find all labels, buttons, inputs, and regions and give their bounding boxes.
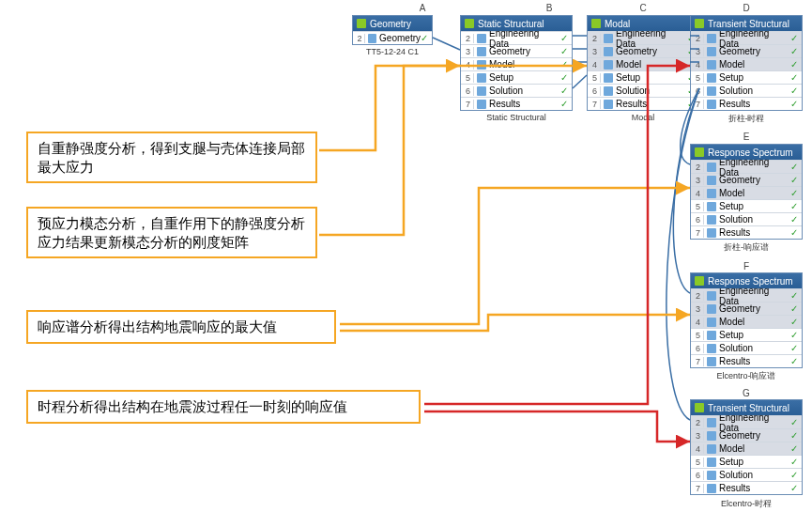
check-icon: ✓ <box>790 483 800 493</box>
check-icon: ✓ <box>790 33 800 43</box>
caption-a: TT5-12-24 C1 <box>336 47 449 56</box>
caption-f: Elcentro-响应谱 <box>690 370 803 382</box>
check-icon: ✓ <box>560 85 570 96</box>
cell-solution[interactable]: 6Solution✓ <box>691 341 802 354</box>
caption-d: 折柱-时程 <box>690 113 803 125</box>
system-header: Static Structural <box>461 16 572 31</box>
caption-c: Modal <box>587 113 699 122</box>
system-header: Geometry <box>353 16 432 31</box>
system-header: Transient Structural <box>691 400 802 415</box>
cell-solution[interactable]: 6Solution✓ <box>588 84 698 97</box>
cell-results[interactable]: 7Results✓ <box>691 354 802 367</box>
check-icon: ✓ <box>790 430 800 441</box>
caption-b: Static Structural <box>460 113 573 122</box>
check-icon: ✓ <box>560 99 570 109</box>
cell-model[interactable]: 4Model✓ <box>691 57 802 70</box>
cell-solution[interactable]: 6Solution✓ <box>691 84 802 97</box>
system-transient-g[interactable]: Transient Structural 2Engineering Data✓ … <box>690 399 803 495</box>
check-icon: ✓ <box>790 201 800 211</box>
system-response-f[interactable]: Response Spectrum 2Engineering Data✓ 3Ge… <box>690 272 803 368</box>
cell-engineering-data[interactable]: 2Engineering Data✓ <box>461 31 572 44</box>
system-static-structural[interactable]: Static Structural 2Engineering Data✓ 3Ge… <box>460 15 573 111</box>
system-response-e[interactable]: Response Spectrum 2Engineering Data✓ 3Ge… <box>690 144 803 240</box>
caption-e: 折柱-响应谱 <box>690 241 803 254</box>
cell-solution[interactable]: 6Solution✓ <box>691 212 802 225</box>
col-letter-d: D <box>690 3 803 13</box>
check-icon: ✓ <box>790 227 800 238</box>
check-icon: ✓ <box>560 72 570 83</box>
check-icon: ✓ <box>790 72 800 83</box>
check-icon: ✓ <box>790 175 800 185</box>
cell-results[interactable]: 7Results✓ <box>461 97 572 110</box>
check-icon: ✓ <box>421 33 430 43</box>
check-icon: ✓ <box>790 303 800 314</box>
check-icon: ✓ <box>560 46 570 56</box>
check-icon: ✓ <box>790 99 800 109</box>
cell-engineering-data[interactable]: 2Engineering Data✓ <box>691 31 802 44</box>
check-icon: ✓ <box>790 470 800 480</box>
cell-setup[interactable]: 5Setup✓ <box>691 70 802 84</box>
cell-model[interactable]: 4Model✓ <box>461 57 572 70</box>
check-icon: ✓ <box>790 46 800 56</box>
check-icon: ✓ <box>790 59 800 70</box>
cell-setup[interactable]: 5Setup✓ <box>461 70 572 84</box>
cell-model[interactable]: 4Model✓ <box>588 57 698 70</box>
caption-g: Elcentro-时程 <box>690 498 803 510</box>
cell-engineering-data[interactable]: 2Engineering Data✓ <box>691 160 802 173</box>
col-letter-a: A <box>366 3 479 13</box>
cell-geometry[interactable]: 3Geometry✓ <box>691 173 802 186</box>
system-header: Response Spectrum <box>691 145 802 160</box>
system-geometry[interactable]: Geometry 2Geometry✓ <box>352 15 433 45</box>
system-transient-d[interactable]: Transient Structural 2Engineering Data✓ … <box>690 15 803 111</box>
cell-solution[interactable]: 6Solution✓ <box>461 84 572 97</box>
cell-results[interactable]: 7Results✓ <box>588 97 698 110</box>
cell-engineering-data[interactable]: 2Engineering Data✓ <box>588 31 698 44</box>
annotation-static: 自重静强度分析，得到支腿与壳体连接局部最大应力 <box>26 132 317 183</box>
cell-setup[interactable]: 5Setup✓ <box>588 70 698 84</box>
check-icon: ✓ <box>790 188 800 198</box>
system-header: Response Spectrum <box>691 273 802 288</box>
cell-setup[interactable]: 5Setup✓ <box>691 455 802 468</box>
system-header: Modal <box>588 16 698 31</box>
check-icon: ✓ <box>790 290 800 301</box>
cell-geometry[interactable]: 3Geometry✓ <box>691 302 802 315</box>
cell-results[interactable]: 7Results✓ <box>691 481 802 494</box>
cell-geometry[interactable]: 3Geometry✓ <box>588 44 698 57</box>
check-icon: ✓ <box>790 343 800 353</box>
check-icon: ✓ <box>790 356 800 366</box>
col-letter-e: E <box>690 132 803 142</box>
check-icon: ✓ <box>560 59 570 70</box>
check-icon: ✓ <box>790 330 800 340</box>
check-icon: ✓ <box>790 317 800 327</box>
annotation-modal: 预应力模态分析，自重作用下的静强度分析应力结果更新模态分析的刚度矩阵 <box>26 207 317 258</box>
check-icon: ✓ <box>790 162 800 172</box>
annotation-transient: 时程分析得出结构在地震波过程任一时刻的响应值 <box>26 390 421 424</box>
col-letter-f: F <box>690 261 803 272</box>
cell-setup[interactable]: 5Setup✓ <box>691 328 802 341</box>
cell-geometry[interactable]: 2Geometry✓ <box>353 31 432 44</box>
system-modal[interactable]: Modal 2Engineering Data✓ 3Geometry✓ 4Mod… <box>587 15 699 111</box>
cell-engineering-data[interactable]: 2Engineering Data✓ <box>691 415 802 428</box>
system-header: Transient Structural <box>691 16 802 31</box>
cell-engineering-data[interactable]: 2Engineering Data✓ <box>691 288 802 302</box>
check-icon: ✓ <box>790 85 800 96</box>
cell-model[interactable]: 4Model✓ <box>691 315 802 328</box>
cell-setup[interactable]: 5Setup✓ <box>691 199 802 212</box>
check-icon: ✓ <box>790 417 800 427</box>
annotation-response-spectrum: 响应谱分析得出结构地震响应的最大值 <box>26 310 336 344</box>
cell-geometry[interactable]: 3Geometry✓ <box>461 44 572 57</box>
cell-geometry[interactable]: 3Geometry✓ <box>691 44 802 57</box>
cell-results[interactable]: 7Results✓ <box>691 97 802 110</box>
cell-model[interactable]: 4Model✓ <box>691 186 802 199</box>
col-letter-g: G <box>690 388 803 398</box>
check-icon: ✓ <box>790 457 800 467</box>
cell-model[interactable]: 4Model✓ <box>691 442 802 455</box>
cell-geometry[interactable]: 3Geometry✓ <box>691 428 802 442</box>
check-icon: ✓ <box>790 443 800 454</box>
check-icon: ✓ <box>790 214 800 225</box>
cell-results[interactable]: 7Results✓ <box>691 225 802 239</box>
col-letter-c: C <box>587 3 699 13</box>
check-icon: ✓ <box>560 33 570 43</box>
cell-solution[interactable]: 6Solution✓ <box>691 468 802 481</box>
